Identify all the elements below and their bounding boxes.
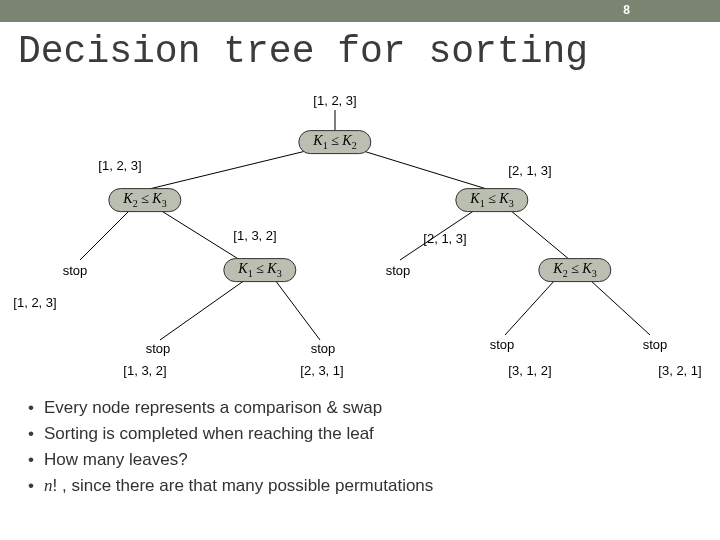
- bullet-3: How many leaves?: [28, 450, 433, 470]
- svg-line-1: [145, 150, 310, 190]
- svg-line-10: [590, 280, 650, 335]
- edge-label-R-stop: stop: [386, 263, 411, 278]
- bullet-4: n! , since there are that many possible …: [28, 476, 433, 496]
- edge-label-RR-stop1: stop: [490, 337, 515, 352]
- edge-label-LR-stop2: stop: [311, 341, 336, 356]
- node-R: K1 ≤ K3: [455, 188, 528, 212]
- bullet-1: Every node represents a comparison & swa…: [28, 398, 433, 418]
- svg-line-7: [160, 280, 245, 340]
- header-bar: 8: [0, 0, 720, 22]
- bullet-4-text: since there are that many possible permu…: [71, 476, 433, 495]
- bullet-2: Sorting is completed when reaching the l…: [28, 424, 433, 444]
- svg-line-4: [160, 210, 240, 260]
- svg-line-6: [510, 210, 570, 260]
- node-root: K1 ≤ K2: [298, 130, 371, 154]
- svg-line-3: [80, 210, 130, 260]
- edge-label-LR-out1: [1, 3, 2]: [123, 363, 166, 378]
- diagram-stage: [1, 2, 3] [1, 2, 3] [2, 1, 3] stop [1, 3…: [0, 70, 720, 390]
- edge-label-L-LR: [1, 3, 2]: [233, 228, 276, 243]
- edge-label-root-R: [2, 1, 3]: [508, 163, 551, 178]
- edge-label-R-RR: [2, 1, 3]: [423, 231, 466, 246]
- svg-line-2: [360, 150, 490, 190]
- edge-label-root-in: [1, 2, 3]: [313, 93, 356, 108]
- edge-label-RR-out1: [3, 1, 2]: [508, 363, 551, 378]
- node-LR: K1 ≤ K3: [223, 258, 296, 282]
- edge-label-root-L: [1, 2, 3]: [98, 158, 141, 173]
- edge-label-L-stop: stop: [63, 263, 88, 278]
- slide-title: Decision tree for sorting: [18, 30, 720, 73]
- edge-label-LR-res: [1, 2, 3]: [13, 295, 56, 310]
- page-number: 8: [623, 3, 630, 17]
- edge-label-RR-out2: [3, 2, 1]: [658, 363, 701, 378]
- edge-label-RR-stop2: stop: [643, 337, 668, 352]
- node-RR: K2 ≤ K3: [538, 258, 611, 282]
- tree-edges: [0, 70, 720, 390]
- svg-line-9: [505, 280, 555, 335]
- bullet-list: Every node represents a comparison & swa…: [28, 398, 433, 502]
- svg-line-8: [275, 280, 320, 340]
- edge-label-LR-out2: [2, 3, 1]: [300, 363, 343, 378]
- node-L: K2 ≤ K3: [108, 188, 181, 212]
- edge-label-LR-stop1: stop: [146, 341, 171, 356]
